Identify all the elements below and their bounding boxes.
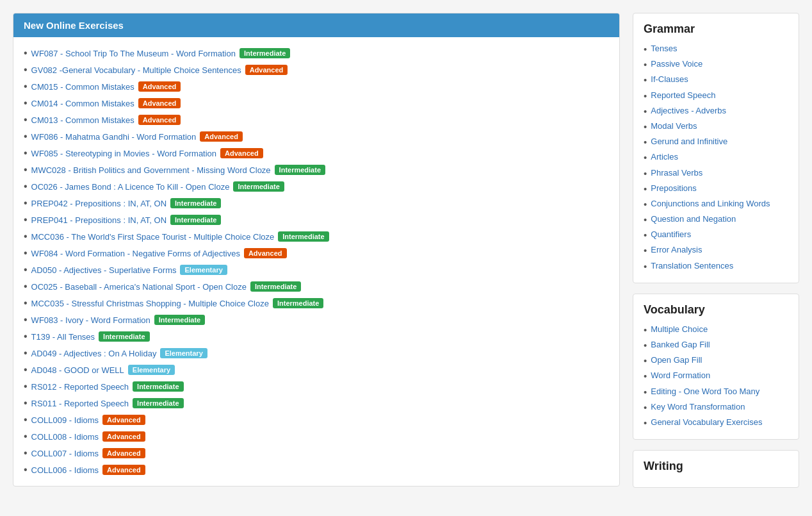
grammar-link[interactable]: Question and Negation bbox=[651, 213, 736, 225]
list-item: T139 - All TensesIntermediate bbox=[24, 328, 609, 345]
level-badge: Elementary bbox=[160, 348, 207, 358]
level-badge: Advanced bbox=[102, 431, 145, 442]
sidebar-item: Modal Verbs bbox=[644, 119, 788, 134]
grammar-link[interactable]: Error Analysis bbox=[651, 244, 702, 256]
list-item: CM014 - Common MistakesAdvanced bbox=[24, 95, 609, 112]
list-item: COLL007 - IdiomsAdvanced bbox=[24, 445, 609, 462]
level-badge: Intermediate bbox=[154, 315, 205, 325]
list-item: RS011 - Reported SpeechIntermediate bbox=[24, 395, 609, 412]
sidebar-item: Word Formation bbox=[644, 368, 788, 383]
exercise-link[interactable]: MCC036 - The World's First Space Tourist… bbox=[31, 232, 275, 242]
sidebar-item: Phrasal Verbs bbox=[644, 165, 788, 181]
sidebar-item: General Vocabulary Exercises bbox=[644, 415, 788, 430]
grammar-link[interactable]: Conjunctions and Linking Words bbox=[651, 198, 770, 210]
exercise-link[interactable]: WF087 - School Trip To The Museum - Word… bbox=[31, 49, 236, 58]
list-item: AD050 - Adjectives - Superlative FormsEl… bbox=[24, 262, 609, 278]
exercise-link[interactable]: WF083 - Ivory - Word Formation bbox=[31, 315, 150, 325]
sidebar-item: Prepositions bbox=[644, 181, 788, 196]
sidebar-item: Passive Voice bbox=[644, 56, 788, 72]
level-badge: Intermediate bbox=[273, 298, 323, 308]
exercise-link[interactable]: PREP041 - Prepositions : IN, AT, ON bbox=[31, 215, 166, 225]
list-item: OC025 - Baseball - America's National Sp… bbox=[24, 278, 609, 295]
grammar-link[interactable]: Passive Voice bbox=[651, 58, 702, 70]
level-badge: Intermediate bbox=[240, 48, 290, 58]
level-badge: Advanced bbox=[138, 98, 181, 108]
vocabulary-link[interactable]: Multiple Choice bbox=[651, 324, 708, 335]
level-badge: Intermediate bbox=[250, 281, 301, 292]
level-badge: Advanced bbox=[220, 148, 263, 158]
grammar-link[interactable]: Modal Verbs bbox=[651, 121, 697, 132]
vocabulary-link[interactable]: General Vocabulary Exercises bbox=[651, 417, 762, 428]
list-item: WF084 - Word Formation - Negative Forms … bbox=[24, 245, 609, 262]
sidebar-item: Reported Speech bbox=[644, 88, 788, 103]
exercise-link[interactable]: RS011 - Reported Speech bbox=[31, 399, 129, 408]
grammar-link[interactable]: If-Clauses bbox=[651, 74, 688, 85]
level-badge: Advanced bbox=[244, 248, 287, 258]
vocabulary-section: Vocabulary Multiple ChoiceBanked Gap Fil… bbox=[633, 294, 799, 440]
exercise-link[interactable]: MWC028 - British Politics and Government… bbox=[31, 165, 271, 175]
list-item: PREP042 - Prepositions : IN, AT, ONInter… bbox=[24, 195, 609, 212]
vocabulary-link[interactable]: Editing - One Word Too Many bbox=[651, 386, 759, 397]
sidebar-item: Question and Negation bbox=[644, 212, 788, 227]
level-badge: Advanced bbox=[200, 131, 243, 142]
level-badge: Intermediate bbox=[275, 165, 325, 175]
exercise-link[interactable]: WF086 - Mahatma Gandhi - Word Formation bbox=[31, 132, 197, 142]
sidebar-item: Translation Sentences bbox=[644, 258, 788, 274]
list-item: WF085 - Stereotyping in Movies - Word Fo… bbox=[24, 145, 609, 162]
sidebar-item: Conjunctions and Linking Words bbox=[644, 196, 788, 212]
exercise-link[interactable]: MCC035 - Stressful Christmas Shopping - … bbox=[31, 299, 269, 308]
vocabulary-link[interactable]: Key Word Transformation bbox=[651, 401, 745, 413]
sidebar-item: If-Clauses bbox=[644, 72, 788, 87]
sidebar-item: Banked Gap Fill bbox=[644, 337, 788, 353]
exercises-title: New Online Exercises bbox=[24, 20, 124, 31]
grammar-title: Grammar bbox=[644, 22, 788, 36]
grammar-link[interactable]: Adjectives - Adverbs bbox=[651, 105, 726, 117]
sidebar-item: Quantifiers bbox=[644, 227, 788, 242]
exercise-link[interactable]: CM015 - Common Mistakes bbox=[31, 82, 134, 92]
exercise-link[interactable]: T139 - All Tenses bbox=[31, 332, 95, 342]
exercise-link[interactable]: OC026 - James Bond : A Licence To Kill -… bbox=[31, 182, 230, 192]
list-item: MWC028 - British Politics and Government… bbox=[24, 162, 609, 178]
grammar-list: TensesPassive VoiceIf-ClausesReported Sp… bbox=[644, 41, 788, 274]
exercise-link[interactable]: WF084 - Word Formation - Negative Forms … bbox=[31, 249, 240, 258]
level-badge: Intermediate bbox=[99, 331, 149, 342]
exercise-link[interactable]: RS012 - Reported Speech bbox=[31, 382, 129, 392]
exercise-link[interactable]: GV082 -General Vocabulary - Multiple Cho… bbox=[31, 65, 241, 75]
exercise-link[interactable]: PREP042 - Prepositions : IN, AT, ON bbox=[31, 199, 166, 208]
grammar-link[interactable]: Articles bbox=[651, 151, 678, 163]
grammar-link[interactable]: Prepositions bbox=[651, 183, 697, 194]
exercise-link[interactable]: OC025 - Baseball - America's National Sp… bbox=[31, 282, 247, 292]
grammar-link[interactable]: Phrasal Verbs bbox=[651, 167, 702, 179]
exercise-link[interactable]: WF085 - Stereotyping in Movies - Word Fo… bbox=[31, 149, 216, 158]
vocabulary-link[interactable]: Open Gap Fill bbox=[651, 354, 702, 366]
grammar-link[interactable]: Reported Speech bbox=[651, 90, 715, 101]
sidebar-item: Editing - One Word Too Many bbox=[644, 384, 788, 399]
main-content: New Online Exercises WF087 - School Trip… bbox=[13, 13, 620, 498]
exercise-link[interactable]: AD049 - Adjectives : On A Holiday bbox=[31, 349, 157, 358]
grammar-link[interactable]: Tenses bbox=[651, 43, 677, 54]
exercise-link[interactable]: AD050 - Adjectives - Superlative Forms bbox=[31, 265, 177, 275]
exercise-link[interactable]: CM013 - Common Mistakes bbox=[31, 115, 134, 125]
grammar-link[interactable]: Translation Sentences bbox=[651, 260, 733, 272]
grammar-link[interactable]: Gerund and Infinitive bbox=[651, 136, 727, 147]
exercise-link[interactable]: CM014 - Common Mistakes bbox=[31, 99, 134, 108]
exercise-link[interactable]: COLL009 - Idioms bbox=[31, 415, 99, 425]
level-badge: Intermediate bbox=[133, 381, 183, 392]
exercise-link[interactable]: COLL007 - Idioms bbox=[31, 449, 99, 458]
level-badge: Elementary bbox=[128, 365, 175, 375]
list-item: AD049 - Adjectives : On A HolidayElement… bbox=[24, 345, 609, 362]
exercise-link[interactable]: COLL008 - Idioms bbox=[31, 432, 99, 442]
vocabulary-link[interactable]: Banked Gap Fill bbox=[651, 339, 710, 351]
grammar-link[interactable]: Quantifiers bbox=[651, 229, 691, 240]
list-item: MCC036 - The World's First Space Tourist… bbox=[24, 228, 609, 245]
exercise-link[interactable]: AD048 - GOOD or WELL bbox=[31, 365, 124, 375]
list-item: WF086 - Mahatma Gandhi - Word FormationA… bbox=[24, 128, 609, 145]
level-badge: Advanced bbox=[138, 81, 181, 92]
list-item: WF083 - Ivory - Word FormationIntermedia… bbox=[24, 312, 609, 328]
list-item: MCC035 - Stressful Christmas Shopping - … bbox=[24, 295, 609, 312]
exercise-link[interactable]: COLL006 - Idioms bbox=[31, 465, 99, 475]
level-badge: Advanced bbox=[102, 465, 145, 475]
vocabulary-link[interactable]: Word Formation bbox=[651, 370, 710, 381]
page-wrapper: New Online Exercises WF087 - School Trip… bbox=[0, 0, 812, 511]
level-badge: Advanced bbox=[102, 415, 145, 425]
